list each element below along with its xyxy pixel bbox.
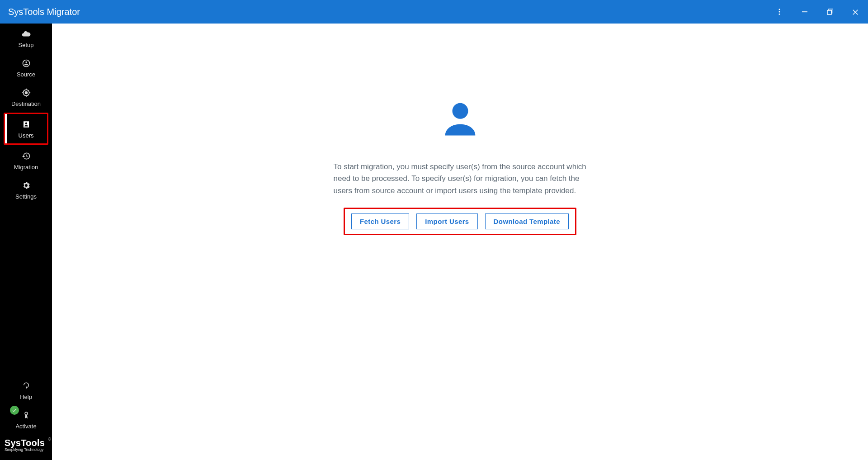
target-icon [21, 88, 31, 98]
close-icon[interactable] [851, 7, 860, 16]
sidebar-item-users[interactable]: Users [5, 114, 47, 143]
action-button-row: Fetch Users Import Users Download Templa… [344, 208, 576, 235]
sidebar-item-destination[interactable]: Destination [0, 82, 52, 112]
svg-point-4 [452, 103, 468, 119]
registered-mark: ® [48, 437, 51, 441]
help-icon [21, 381, 31, 391]
sidebar-item-label: Users [19, 132, 34, 139]
window-controls [775, 7, 860, 16]
titlebar: SysTools Migrator [0, 0, 868, 24]
sidebar-item-label: Activate [15, 423, 36, 430]
sidebar-item-setup[interactable]: Setup [0, 24, 52, 53]
award-icon [21, 410, 31, 420]
sidebar-item-migration[interactable]: Migration [0, 146, 52, 175]
gear-icon [21, 180, 31, 190]
sidebar-item-label: Settings [15, 193, 37, 200]
main-content: To start migration, you must specify use… [52, 24, 868, 460]
sidebar-item-label: Setup [19, 42, 34, 48]
source-icon [21, 58, 31, 68]
sidebar-item-help[interactable]: Help [0, 375, 52, 405]
sidebar-item-label: Destination [11, 100, 41, 107]
sidebar-item-activate[interactable]: Activate [0, 405, 52, 434]
download-template-button[interactable]: Download Template [485, 213, 569, 229]
fetch-users-button[interactable]: Fetch Users [351, 213, 409, 229]
sidebar: Setup Source Destination Us [0, 24, 52, 460]
sidebar-item-label: Migration [14, 164, 38, 171]
sidebar-logo: SysTools® Simplifying Technology [0, 434, 52, 456]
history-icon [21, 151, 31, 161]
maximize-icon[interactable] [826, 7, 835, 16]
svg-point-0 [779, 9, 780, 10]
app-title: SysTools Migrator [8, 7, 80, 17]
svg-point-1 [779, 11, 780, 13]
user-card-icon [21, 119, 31, 129]
users-panel: To start migration, you must specify use… [334, 96, 587, 235]
sidebar-item-label: Source [17, 71, 35, 78]
user-illustration-icon [438, 96, 483, 143]
cloud-icon [21, 29, 31, 39]
svg-point-2 [779, 14, 780, 15]
sidebar-item-settings[interactable]: Settings [0, 175, 52, 204]
import-users-button[interactable]: Import Users [416, 213, 477, 229]
brand-name: SysTools® [5, 438, 47, 448]
svg-rect-3 [802, 11, 807, 12]
instruction-text: To start migration, you must specify use… [334, 161, 587, 197]
more-icon[interactable] [775, 7, 784, 16]
sidebar-item-source[interactable]: Source [0, 53, 52, 82]
sidebar-item-label: Help [20, 394, 32, 400]
status-dot-icon [10, 406, 19, 415]
minimize-icon[interactable] [800, 7, 809, 16]
